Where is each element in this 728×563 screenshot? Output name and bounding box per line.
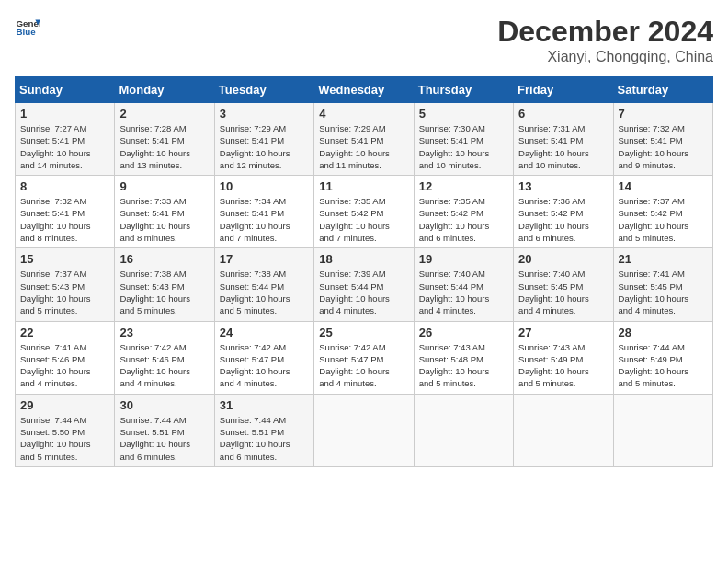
table-row: 31Sunrise: 7:44 AM Sunset: 5:51 PM Dayli…	[214, 394, 313, 466]
table-row: 27Sunrise: 7:43 AM Sunset: 5:49 PM Dayli…	[514, 321, 613, 394]
col-saturday: Saturday	[613, 77, 712, 103]
day-number: 12	[419, 179, 508, 193]
day-number: 14	[619, 179, 708, 193]
day-info: Sunrise: 7:44 AM Sunset: 5:51 PM Dayligh…	[119, 414, 209, 463]
table-row: 12Sunrise: 7:35 AM Sunset: 5:42 PM Dayli…	[414, 176, 513, 248]
day-info: Sunrise: 7:42 AM Sunset: 5:47 PM Dayligh…	[319, 341, 408, 390]
table-row	[314, 394, 414, 466]
day-info: Sunrise: 7:40 AM Sunset: 5:45 PM Dayligh…	[518, 268, 608, 316]
table-row: 9Sunrise: 7:33 AM Sunset: 5:41 PM Daylig…	[115, 176, 214, 248]
title-block: December 2024 Xianyi, Chongqing, China	[497, 15, 713, 65]
table-row: 23Sunrise: 7:42 AM Sunset: 5:46 PM Dayli…	[115, 321, 214, 394]
day-number: 19	[419, 252, 508, 266]
table-row: 8Sunrise: 7:32 AM Sunset: 5:41 PM Daylig…	[16, 176, 115, 248]
day-number: 7	[619, 107, 708, 121]
table-row: 26Sunrise: 7:43 AM Sunset: 5:48 PM Dayli…	[414, 321, 513, 394]
day-info: Sunrise: 7:41 AM Sunset: 5:45 PM Dayligh…	[619, 268, 708, 316]
day-number: 13	[518, 179, 608, 193]
table-row: 3Sunrise: 7:29 AM Sunset: 5:41 PM Daylig…	[214, 103, 313, 176]
location: Xianyi, Chongqing, China	[497, 49, 713, 65]
day-info: Sunrise: 7:38 AM Sunset: 5:44 PM Dayligh…	[220, 268, 309, 316]
calendar-row-3: 22Sunrise: 7:41 AM Sunset: 5:46 PM Dayli…	[16, 321, 713, 394]
col-friday: Friday	[514, 77, 613, 103]
calendar-row-0: 1Sunrise: 7:27 AM Sunset: 5:41 PM Daylig…	[16, 103, 713, 176]
table-row: 21Sunrise: 7:41 AM Sunset: 5:45 PM Dayli…	[613, 248, 712, 321]
day-info: Sunrise: 7:37 AM Sunset: 5:43 PM Dayligh…	[20, 268, 109, 316]
day-info: Sunrise: 7:44 AM Sunset: 5:51 PM Dayligh…	[220, 414, 309, 463]
day-number: 22	[20, 326, 109, 339]
day-info: Sunrise: 7:43 AM Sunset: 5:49 PM Dayligh…	[518, 341, 608, 390]
day-number: 27	[518, 326, 608, 339]
day-info: Sunrise: 7:42 AM Sunset: 5:46 PM Dayligh…	[119, 341, 209, 390]
table-row: 17Sunrise: 7:38 AM Sunset: 5:44 PM Dayli…	[214, 248, 313, 321]
day-number: 15	[20, 252, 109, 266]
svg-text:Blue: Blue	[16, 27, 36, 37]
calendar-row-1: 8Sunrise: 7:32 AM Sunset: 5:41 PM Daylig…	[16, 176, 713, 248]
calendar-row-4: 29Sunrise: 7:44 AM Sunset: 5:50 PM Dayli…	[16, 394, 713, 466]
day-info: Sunrise: 7:30 AM Sunset: 5:41 PM Dayligh…	[419, 122, 508, 171]
day-number: 31	[220, 398, 309, 412]
day-number: 30	[119, 398, 209, 412]
day-number: 23	[119, 326, 209, 339]
day-info: Sunrise: 7:35 AM Sunset: 5:42 PM Dayligh…	[319, 195, 408, 244]
day-info: Sunrise: 7:31 AM Sunset: 5:41 PM Dayligh…	[518, 122, 608, 171]
table-row: 2Sunrise: 7:28 AM Sunset: 5:41 PM Daylig…	[115, 103, 214, 176]
table-row: 6Sunrise: 7:31 AM Sunset: 5:41 PM Daylig…	[514, 103, 613, 176]
day-number: 16	[119, 252, 209, 266]
day-number: 21	[619, 252, 708, 266]
day-number: 5	[419, 107, 508, 121]
day-info: Sunrise: 7:44 AM Sunset: 5:50 PM Dayligh…	[20, 414, 109, 463]
table-row	[514, 394, 613, 466]
day-info: Sunrise: 7:32 AM Sunset: 5:41 PM Dayligh…	[20, 195, 109, 244]
table-row: 13Sunrise: 7:36 AM Sunset: 5:42 PM Dayli…	[514, 176, 613, 248]
day-info: Sunrise: 7:38 AM Sunset: 5:43 PM Dayligh…	[119, 268, 209, 316]
table-row: 5Sunrise: 7:30 AM Sunset: 5:41 PM Daylig…	[414, 103, 513, 176]
table-row: 25Sunrise: 7:42 AM Sunset: 5:47 PM Dayli…	[314, 321, 414, 394]
table-row: 10Sunrise: 7:34 AM Sunset: 5:41 PM Dayli…	[214, 176, 313, 248]
table-row: 20Sunrise: 7:40 AM Sunset: 5:45 PM Dayli…	[514, 248, 613, 321]
table-row	[613, 394, 712, 466]
day-info: Sunrise: 7:27 AM Sunset: 5:41 PM Dayligh…	[20, 122, 109, 171]
day-info: Sunrise: 7:42 AM Sunset: 5:47 PM Dayligh…	[220, 341, 309, 390]
month-title: December 2024	[497, 15, 713, 49]
day-info: Sunrise: 7:29 AM Sunset: 5:41 PM Dayligh…	[319, 122, 408, 171]
day-number: 24	[220, 326, 309, 339]
day-info: Sunrise: 7:37 AM Sunset: 5:42 PM Dayligh…	[619, 195, 708, 244]
table-row: 14Sunrise: 7:37 AM Sunset: 5:42 PM Dayli…	[613, 176, 712, 248]
day-info: Sunrise: 7:33 AM Sunset: 5:41 PM Dayligh…	[119, 195, 209, 244]
day-number: 10	[220, 179, 309, 193]
table-row: 28Sunrise: 7:44 AM Sunset: 5:49 PM Dayli…	[613, 321, 712, 394]
day-number: 11	[319, 179, 408, 193]
table-row: 30Sunrise: 7:44 AM Sunset: 5:51 PM Dayli…	[115, 394, 214, 466]
day-number: 9	[119, 179, 209, 193]
day-info: Sunrise: 7:39 AM Sunset: 5:44 PM Dayligh…	[319, 268, 408, 316]
page-header: General Blue December 2024 Xianyi, Chong…	[15, 15, 713, 65]
table-row: 1Sunrise: 7:27 AM Sunset: 5:41 PM Daylig…	[16, 103, 115, 176]
table-row: 29Sunrise: 7:44 AM Sunset: 5:50 PM Dayli…	[16, 394, 115, 466]
calendar-row-2: 15Sunrise: 7:37 AM Sunset: 5:43 PM Dayli…	[16, 248, 713, 321]
day-number: 1	[20, 107, 109, 121]
table-row: 22Sunrise: 7:41 AM Sunset: 5:46 PM Dayli…	[16, 321, 115, 394]
col-wednesday: Wednesday	[314, 77, 414, 103]
day-number: 4	[319, 107, 408, 121]
day-info: Sunrise: 7:44 AM Sunset: 5:49 PM Dayligh…	[619, 341, 708, 390]
day-number: 8	[20, 179, 109, 193]
col-thursday: Thursday	[414, 77, 513, 103]
day-number: 25	[319, 326, 408, 339]
calendar: Sunday Monday Tuesday Wednesday Thursday…	[15, 76, 713, 467]
day-number: 20	[518, 252, 608, 266]
day-info: Sunrise: 7:29 AM Sunset: 5:41 PM Dayligh…	[220, 122, 309, 171]
col-tuesday: Tuesday	[214, 77, 313, 103]
logo-icon: General Blue	[15, 15, 40, 40]
table-row: 15Sunrise: 7:37 AM Sunset: 5:43 PM Dayli…	[16, 248, 115, 321]
day-info: Sunrise: 7:34 AM Sunset: 5:41 PM Dayligh…	[220, 195, 309, 244]
day-number: 28	[619, 326, 708, 339]
day-number: 26	[419, 326, 508, 339]
day-number: 6	[518, 107, 608, 121]
table-row: 7Sunrise: 7:32 AM Sunset: 5:41 PM Daylig…	[613, 103, 712, 176]
day-number: 3	[220, 107, 309, 121]
day-info: Sunrise: 7:43 AM Sunset: 5:48 PM Dayligh…	[419, 341, 508, 390]
day-number: 17	[220, 252, 309, 266]
table-row: 24Sunrise: 7:42 AM Sunset: 5:47 PM Dayli…	[214, 321, 313, 394]
day-number: 2	[119, 107, 209, 121]
